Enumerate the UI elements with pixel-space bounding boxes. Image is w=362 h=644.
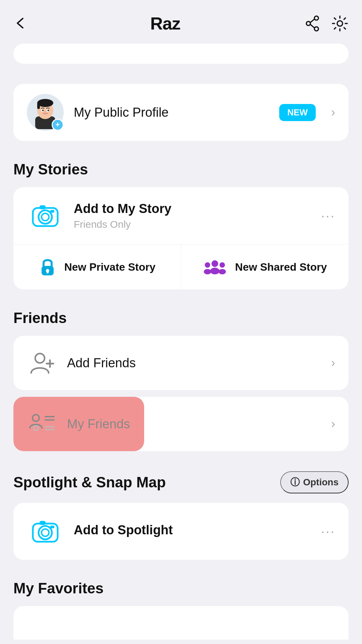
svg-point-1 <box>306 21 310 25</box>
page-title: Raz <box>150 13 180 34</box>
camera-icon <box>30 201 60 231</box>
svg-rect-20 <box>50 210 54 213</box>
public-profile-row[interactable]: + My Public Profile NEW › <box>13 84 349 141</box>
back-icon <box>13 16 27 30</box>
svg-point-40 <box>39 526 52 539</box>
friends-header: Friends <box>13 310 349 326</box>
spotlight-more-button[interactable]: ··· <box>321 524 335 539</box>
svg-point-14 <box>48 110 49 111</box>
my-friends-icon-container <box>27 409 57 439</box>
add-friends-icon <box>28 350 55 376</box>
share-icon <box>304 15 321 32</box>
my-friends-card[interactable]: My Friends › <box>13 397 349 451</box>
svg-line-4 <box>310 24 314 28</box>
spotlight-camera-icon-container <box>27 513 64 550</box>
add-friends-label: Add Friends <box>67 356 321 370</box>
svg-point-30 <box>35 354 45 363</box>
public-profile-card[interactable]: + My Public Profile NEW › <box>13 84 349 141</box>
my-stories-section: My Stories Add to My Story <box>0 148 362 289</box>
my-stories-header: My Stories <box>13 161 349 178</box>
svg-point-26 <box>205 262 210 268</box>
spotlight-header: Spotlight & Snap Map ⓘ Options <box>13 471 349 493</box>
back-button[interactable] <box>13 16 27 31</box>
share-button[interactable] <box>304 15 321 32</box>
svg-point-29 <box>219 269 226 274</box>
svg-point-41 <box>42 529 49 536</box>
partial-top-card <box>13 44 349 64</box>
my-stories-title: My Stories <box>13 161 88 178</box>
my-favorites-title: My Favorites <box>13 580 104 597</box>
add-to-spotlight-text: Add to Spotlight <box>74 523 311 540</box>
my-stories-card: Add to My Story Friends Only ··· New Pri… <box>13 187 349 289</box>
svg-point-15 <box>44 111 46 113</box>
add-friends-row[interactable]: Add Friends › <box>13 336 349 390</box>
header: Raz <box>0 0 362 40</box>
spotlight-section: Spotlight & Snap Map ⓘ Options Add to Sp… <box>0 458 362 560</box>
spotlight-title: Spotlight & Snap Map <box>13 474 166 491</box>
info-icon: ⓘ <box>290 476 300 489</box>
my-friends-chevron: › <box>331 417 335 431</box>
new-shared-story-button[interactable]: New Shared Story <box>181 245 349 289</box>
add-to-story-row[interactable]: Add to My Story Friends Only ··· <box>13 187 349 245</box>
svg-point-2 <box>314 27 318 31</box>
new-private-story-label: New Private Story <box>64 261 156 273</box>
add-friends-card[interactable]: Add Friends › <box>13 336 349 390</box>
friends-section: Friends Add Friends › <box>0 296 362 451</box>
svg-point-33 <box>33 415 39 421</box>
svg-point-0 <box>314 16 318 20</box>
svg-point-36 <box>34 426 38 430</box>
svg-rect-19 <box>40 205 46 209</box>
new-badge: NEW <box>279 104 316 121</box>
settings-button[interactable] <box>331 15 349 32</box>
my-favorites-card <box>13 606 349 640</box>
svg-rect-42 <box>40 521 46 525</box>
my-friends-label: My Friends <box>67 417 321 431</box>
my-favorites-header: My Favorites <box>13 580 349 597</box>
story-more-button[interactable]: ··· <box>321 208 335 223</box>
svg-rect-23 <box>47 271 49 273</box>
avatar-plus-icon: + <box>52 119 64 131</box>
add-to-spotlight-row[interactable]: Add to Spotlight ··· <box>13 503 349 560</box>
options-label: Options <box>303 477 339 488</box>
new-shared-story-label: New Shared Story <box>235 261 327 273</box>
spotlight-card[interactable]: Add to Spotlight ··· <box>13 503 349 560</box>
public-profile-chevron: › <box>331 105 335 119</box>
add-to-story-subtitle: Friends Only <box>74 219 311 230</box>
lock-icon <box>39 257 56 277</box>
svg-point-5 <box>337 21 343 26</box>
story-actions-row: New Private Story New Shared Story <box>13 245 349 289</box>
my-friends-icon <box>28 411 55 437</box>
public-profile-label: My Public Profile <box>74 105 269 120</box>
svg-point-18 <box>42 213 49 221</box>
svg-rect-43 <box>50 526 54 528</box>
svg-rect-10 <box>37 103 40 109</box>
add-to-story-title: Add to My Story <box>74 202 311 216</box>
svg-point-27 <box>204 269 211 274</box>
camera-icon-container <box>27 197 64 234</box>
my-favorites-section: My Favorites <box>0 567 362 640</box>
svg-point-17 <box>39 210 52 224</box>
friends-title: Friends <box>13 310 67 326</box>
svg-point-28 <box>220 262 225 268</box>
group-icon <box>203 258 227 276</box>
svg-line-3 <box>310 19 314 22</box>
add-friends-chevron: › <box>331 356 335 370</box>
public-profile-section: + My Public Profile NEW › <box>0 64 362 141</box>
spotlight-camera-icon <box>30 516 60 546</box>
gear-icon <box>331 15 349 32</box>
new-private-story-button[interactable]: New Private Story <box>13 245 181 289</box>
add-to-story-text: Add to My Story Friends Only <box>74 202 311 230</box>
options-button[interactable]: ⓘ Options <box>280 471 349 493</box>
my-friends-row[interactable]: My Friends › <box>13 397 349 451</box>
avatar-container: + <box>27 94 64 131</box>
add-to-spotlight-title: Add to Spotlight <box>74 523 311 537</box>
svg-point-25 <box>210 268 220 274</box>
header-actions <box>304 15 349 32</box>
add-friends-icon-container <box>27 348 57 378</box>
svg-point-24 <box>212 260 218 267</box>
svg-point-13 <box>42 110 44 111</box>
